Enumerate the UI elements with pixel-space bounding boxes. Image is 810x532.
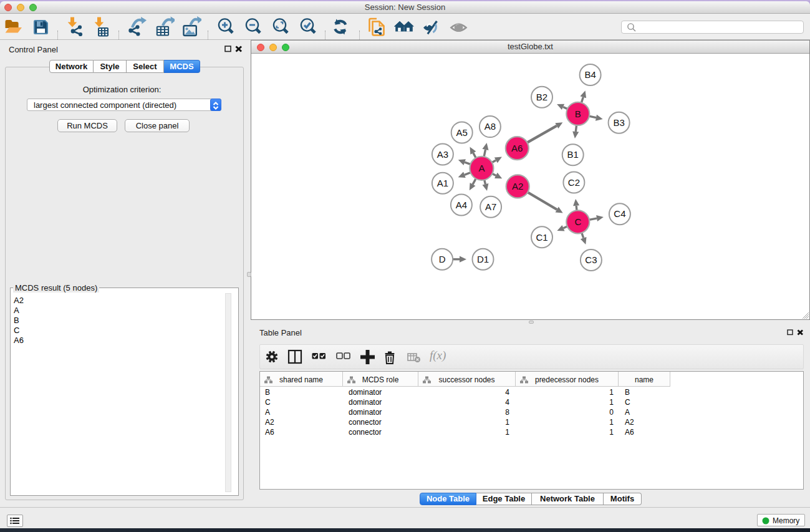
svg-text:A1: A1 <box>437 178 448 188</box>
svg-text:C2: C2 <box>568 177 580 188</box>
svg-text:A5: A5 <box>456 127 468 138</box>
svg-text:A8: A8 <box>485 121 496 132</box>
svg-text:B4: B4 <box>584 69 595 80</box>
svg-text:A4: A4 <box>456 200 467 210</box>
svg-text:C1: C1 <box>536 232 547 243</box>
svg-text:B3: B3 <box>613 117 624 128</box>
svg-text:B2: B2 <box>536 92 547 102</box>
svg-text:B: B <box>575 109 581 119</box>
svg-text:D1: D1 <box>477 254 489 264</box>
svg-text:C3: C3 <box>585 254 597 265</box>
svg-text:A3: A3 <box>437 149 448 160</box>
svg-text:B1: B1 <box>567 149 579 160</box>
svg-text:A7: A7 <box>485 201 496 212</box>
svg-text:A: A <box>478 163 485 173</box>
svg-text:A2: A2 <box>512 181 523 191</box>
svg-text:C4: C4 <box>614 208 625 219</box>
svg-text:D: D <box>439 254 446 264</box>
svg-text:C: C <box>574 216 581 227</box>
svg-text:A6: A6 <box>511 143 523 153</box>
